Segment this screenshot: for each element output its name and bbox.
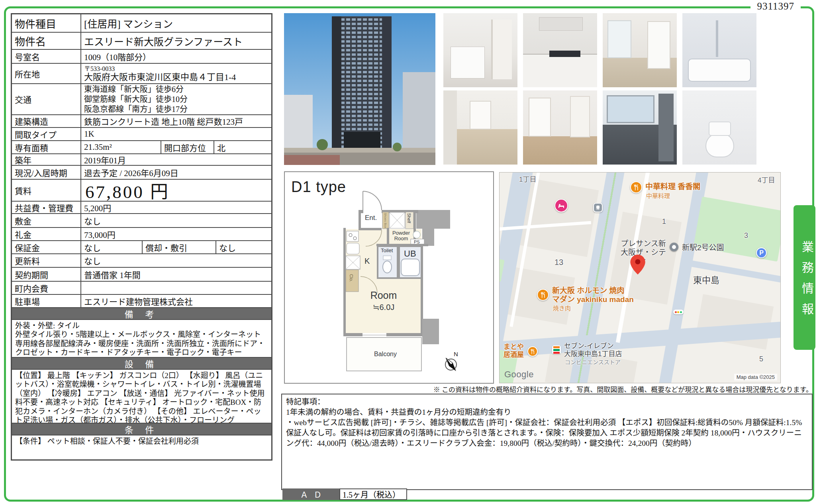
row-label: 賃料	[12, 180, 81, 201]
restaurant-icon	[630, 181, 642, 193]
map-block-13: 13	[554, 258, 563, 267]
table-row: 敷金なし	[12, 214, 271, 228]
row-label: 号室名	[12, 50, 81, 63]
floorplan-label-kitchen: K	[364, 257, 370, 265]
map-building-poi-dot	[670, 243, 678, 251]
property-flyer-page: 9311397 物件種目[住居用] マンション物件名エスリード新大阪グランファー…	[0, 0, 819, 504]
row-value: 1009（10階部分）	[81, 50, 271, 63]
map-poi-madoya: まとや 居酒屋	[504, 343, 524, 359]
table-row: 現況/入居時期退去予定 / 2026年6月09日	[12, 166, 271, 180]
business-info-tab[interactable]: 業務情報	[794, 205, 815, 350]
row-label-2: 開口部方位	[161, 141, 214, 153]
table-row: 町内会費	[12, 282, 271, 295]
ad-fee-label: ＡＤ	[282, 488, 339, 500]
floorplan-label-shelf: Shelf	[407, 213, 411, 223]
table-row: 更新料なし	[12, 254, 271, 268]
row-label: 敷金	[12, 214, 81, 227]
floorplan-label-room: Room	[360, 290, 408, 301]
map-poi-chinese-restaurant: 中華料理 香香閣	[645, 182, 700, 191]
floorplan-label-closet: Clo.	[349, 274, 354, 282]
floorplan-label-entrance: Ent.	[365, 214, 377, 222]
row-label: 礼金	[12, 228, 81, 240]
row-value-2: 北	[214, 141, 271, 153]
row-value: 73,000円	[81, 228, 271, 240]
photo-empty-room	[443, 90, 517, 165]
row-value	[81, 282, 271, 294]
map-poi-seven-sub: コンビニエンスストア	[565, 359, 621, 365]
map-block-5: 5	[759, 355, 763, 363]
map-poi-seven-eleven: セブン-イレブン 大阪東中島1丁目店	[564, 342, 622, 358]
row-label: 所在地	[12, 64, 81, 83]
row-value: エスリード建物管理株式会社	[81, 295, 271, 307]
map-poi-yakiniku-sub: 焼き肉	[553, 305, 571, 312]
remarks-text: 外装・外壁: タイル 外壁タイル張り・5階建以上・メールボックス・風除室・インタ…	[12, 320, 271, 358]
row-value: エスリード新大阪グランファースト	[81, 33, 271, 49]
izakaya-icon	[527, 346, 538, 357]
table-row: 駐車場エスリード建物管理株式会社	[12, 295, 271, 308]
parking-icon: P	[756, 247, 767, 258]
row-label: 町内会費	[12, 282, 81, 294]
row-value: 普通借家 1年間	[81, 268, 271, 281]
destination-pin-icon	[630, 255, 645, 276]
photo-toilet	[682, 90, 756, 165]
row-label: 間取タイプ	[12, 128, 81, 140]
row-value: 67,800 円	[81, 180, 271, 201]
floorplan-label-unit-bath: UB	[404, 249, 416, 259]
special-notes-box: 特記事項： 1年未満の解約の場合、賃料・共益費の1ヶ月分の短期違約金有り ・we…	[281, 394, 813, 490]
row-value: [住居用] マンション	[81, 14, 271, 32]
floorplan-label-toilet: Toilet	[381, 248, 393, 253]
floorplan-label-shoes-box: Shoes Box	[383, 213, 387, 228]
address: 大阪府大阪市東淀川区東中島４丁目1-4	[84, 72, 268, 82]
property-table-rows: 物件種目[住居用] マンション物件名エスリード新大阪グランファースト号室名100…	[12, 14, 271, 308]
photo-hallway	[523, 90, 597, 165]
remarks-header: 備 考	[12, 308, 271, 320]
traffic-signal-icon	[673, 310, 684, 314]
table-row: 所在地〒533-0033大阪府大阪市東淀川区東中島４丁目1-4	[12, 64, 271, 84]
compass-icon: N	[440, 351, 464, 378]
table-row: 築年2019年01月	[12, 154, 271, 166]
row-label-2: 償却・敷引	[142, 241, 216, 253]
table-row: 号室名1009（10階部分）	[12, 50, 271, 64]
table-row: 契約期間普通借家 1年間	[12, 268, 271, 282]
table-row: 建築構造鉄筋コンクリート造 地上10階 総戸数123戸	[12, 115, 271, 128]
bus-stop-icon	[593, 203, 603, 212]
row-value: なし	[81, 254, 271, 267]
yakiniku-restaurant-icon	[537, 289, 549, 301]
row-value: 5,200円	[81, 202, 271, 213]
row-value: なし	[81, 241, 142, 253]
google-logo: Google	[504, 369, 534, 380]
floorplan-label-balcony: Balcony	[374, 351, 397, 358]
row-label: 保証金	[12, 241, 81, 253]
map-area-higashinakajima: 東中島	[693, 275, 719, 285]
photo-building-exterior	[284, 13, 435, 165]
table-row: 共益費・管理費5,200円	[12, 202, 271, 214]
row-value-2: なし	[216, 241, 271, 253]
row-label: 物件名	[12, 33, 81, 49]
row-value: 退去予定 / 2026年6月09日	[81, 166, 271, 179]
row-value: 鉄筋コンクリート造 地上10階 総戸数123戸	[81, 115, 271, 127]
property-table: 物件種目[住居用] マンション物件名エスリード新大阪グランファースト号室名100…	[11, 13, 272, 461]
photo-kitchen	[523, 13, 597, 87]
row-label: 駐車場	[12, 295, 81, 307]
conditions-header: 条 件	[12, 424, 271, 435]
photo-room-window	[603, 13, 677, 87]
postal-code: 〒533-0033	[84, 65, 268, 72]
table-row: 物件名エスリード新大阪グランファースト	[12, 33, 271, 50]
table-row: 礼金73,000円	[12, 228, 271, 241]
floorplan-panel: D1 type Ent. Shoes Box Shelf Powder Room…	[284, 171, 494, 384]
photo-washroom	[443, 13, 517, 87]
row-label: 契約期間	[12, 268, 81, 281]
row-value: 1K	[81, 128, 271, 140]
photo-bathroom	[682, 13, 756, 87]
disclaimer-note: ※ この資料は物件の概略紹介資料になります。写真、間取図面、設備、概要などが現況…	[351, 384, 813, 394]
equipment-text: 【位置】 最上階 【キッチン】 ガスコンロ（2口） 【水廻り】 風呂（ユニットバ…	[12, 370, 271, 424]
map-copyright: Map data ©2025	[734, 374, 777, 380]
conditions-text: 【条件】 ペット相談・保証人不要・保証会社利用必須	[12, 435, 271, 459]
row-label: 現況/入居時期	[12, 166, 81, 179]
table-row: 交通東海道線「新大阪」徒歩6分 御堂筋線「新大阪」徒歩10分 阪急京都線「南方」…	[12, 84, 271, 115]
floorplan-label-powder-room: Powder Room	[389, 230, 413, 242]
row-value: 〒533-0033大阪府大阪市東淀川区東中島４丁目1-4	[81, 64, 271, 83]
row-value: 21.35m²	[81, 141, 161, 153]
row-value: 東海道線「新大阪」徒歩6分 御堂筋線「新大阪」徒歩10分 阪急京都線「南方」徒歩…	[81, 84, 271, 114]
row-label: 更新料	[12, 254, 81, 267]
